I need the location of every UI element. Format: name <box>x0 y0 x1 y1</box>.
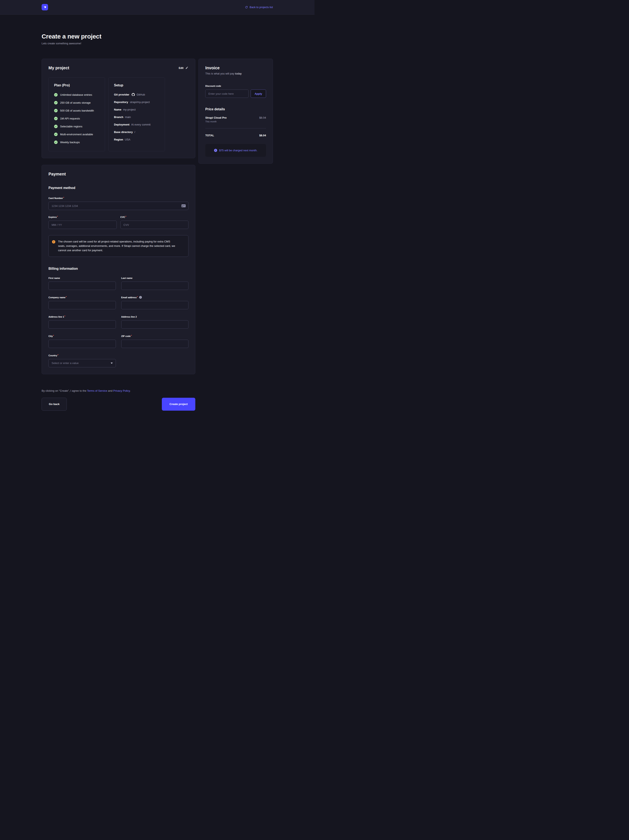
city-input[interactable] <box>49 339 116 348</box>
setup-row-label: Region <box>114 138 123 141</box>
check-icon <box>54 117 58 120</box>
plan-feature-list: Unlimited database entries 250 GB of ass… <box>54 93 99 144</box>
required-asterisk: * <box>57 354 58 356</box>
setup-row-label: Deployment <box>114 123 129 126</box>
plan-feature-label: Selectable regions <box>60 125 82 128</box>
setup-row-value: USA <box>125 138 131 141</box>
expires-input[interactable] <box>49 221 117 229</box>
terms-of-service-link[interactable]: Terms of Service <box>87 389 107 392</box>
required-asterisk: * <box>53 335 54 337</box>
credit-card-icon <box>181 204 186 207</box>
setup-title: Setup <box>114 84 159 87</box>
page-subtitle: Lets create something awesome! <box>42 42 273 45</box>
address-line-2-input[interactable] <box>121 320 189 328</box>
price-line-item: Strapi Cloud Pro $8.04 <box>205 116 266 119</box>
payment-card: Payment Payment method Card Number* <box>42 165 195 374</box>
city-label: City* <box>49 335 54 337</box>
setup-row-branch: Branch main <box>114 115 159 118</box>
discount-code-label: Discount code <box>205 85 221 87</box>
billing-information-heading: Billing information <box>49 267 188 270</box>
expires-label: Expires* <box>49 216 58 218</box>
plan-feature-label: 250 GB of assets storage <box>60 101 91 104</box>
zip-code-input[interactable] <box>121 339 189 348</box>
next-month-charge-note: i $75 will be charged next month. <box>205 144 266 157</box>
card-usage-notice: ! The chosen card will be used for all p… <box>49 235 188 257</box>
setup-row-value: strapi/my-project <box>130 101 150 104</box>
setup-row-value: my-project <box>123 108 136 111</box>
card-usage-notice-text: The chosen card will be used for all pro… <box>58 239 178 253</box>
plan-title: Plan (Pro) <box>54 84 99 87</box>
invoice-subtitle-emphasis: today <box>235 72 242 75</box>
check-icon <box>54 93 58 96</box>
main-content: Create a new project Lets create somethi… <box>42 33 273 440</box>
required-asterisk: * <box>125 216 126 218</box>
privacy-policy-link[interactable]: Privacy Policy <box>113 389 130 392</box>
country-select-placeholder: Select or enter a value <box>52 362 79 365</box>
cvc-input[interactable] <box>120 221 189 229</box>
address-line-1-input[interactable] <box>49 320 116 328</box>
back-to-projects-link[interactable]: Back to projects list <box>245 6 273 9</box>
email-address-input[interactable] <box>121 301 189 309</box>
company-name-input[interactable] <box>49 301 116 309</box>
setup-row-value: / <box>134 131 135 134</box>
edit-button-label: Edit <box>179 66 183 69</box>
invoice-title: Invoice <box>205 66 266 70</box>
agreement-text: By clicking on "Create", I agree to the … <box>42 389 273 392</box>
strapi-logo[interactable] <box>42 4 48 10</box>
setup-list: Git provider GitHub Repository strapi/my… <box>114 93 159 141</box>
required-asterisk: * <box>57 216 58 218</box>
required-asterisk: * <box>131 335 132 337</box>
discount-code-input[interactable] <box>205 90 249 98</box>
address-line-2-label: Address line 2 <box>121 316 137 318</box>
invoice-card: Invoice This is what you will pay today … <box>199 59 273 164</box>
info-icon: i <box>214 149 217 152</box>
zip-code-label: ZIP code* <box>121 335 132 337</box>
plan-feature-item: Unlimited database entries <box>54 93 99 96</box>
first-name-input[interactable] <box>49 282 116 290</box>
setup-box: Setup Git provider GitHub Repository <box>108 77 165 151</box>
check-icon <box>54 125 58 128</box>
plan-feature-label: Unlimited database entries <box>60 93 92 96</box>
invoice-subtitle: This is what you will pay today <box>205 72 266 75</box>
plan-feature-label: Weekly backups <box>60 141 80 144</box>
check-icon <box>54 109 58 112</box>
plan-feature-label: 1M API requests <box>60 117 80 120</box>
price-details-heading: Price details <box>205 107 266 111</box>
country-select[interactable]: Select or enter a value <box>49 359 116 367</box>
info-icon[interactable]: i <box>139 296 142 298</box>
total-amount: $8.04 <box>259 134 266 137</box>
plan-feature-item: Weekly backups <box>54 141 99 144</box>
setup-row-value: GitHub <box>137 93 145 96</box>
apply-discount-button[interactable]: Apply <box>251 90 266 98</box>
next-month-charge-text: $75 will be charged next month. <box>219 149 257 152</box>
setup-row-repository: Repository strapi/my-project <box>114 101 159 104</box>
setup-row-label: Repository <box>114 101 128 104</box>
payment-method-heading: Payment method <box>49 186 188 190</box>
check-icon <box>54 133 58 136</box>
setup-row-deployment: Deployment At every commit <box>114 123 159 126</box>
card-number-label: Card Number* <box>49 197 64 199</box>
create-project-button[interactable]: Create project <box>162 398 195 411</box>
plan-feature-item: 1M API requests <box>54 117 99 120</box>
price-item-period: This month <box>205 120 266 123</box>
setup-row-label: Base directory <box>114 131 133 134</box>
last-name-input[interactable] <box>121 282 189 290</box>
card-number-input[interactable] <box>49 202 188 210</box>
warning-icon: ! <box>52 240 55 243</box>
back-link-label: Back to projects list <box>250 6 273 9</box>
setup-row-base-directory: Base directory / <box>114 131 159 134</box>
footer: By clicking on "Create", I agree to the … <box>42 389 273 440</box>
address-line-1-label: Address line 1* <box>49 316 65 318</box>
github-icon <box>132 93 135 96</box>
go-back-button[interactable]: Go back <box>42 398 67 411</box>
back-arrow-icon <box>245 6 248 8</box>
country-label: Country* <box>49 354 58 357</box>
plan-feature-item: Selectable regions <box>54 125 99 128</box>
chevron-down-icon <box>111 363 113 364</box>
pencil-icon <box>185 66 188 69</box>
my-project-card: My project Edit Plan (Pro) <box>42 59 195 158</box>
invoice-total-row: TOTAL $8.04 <box>205 134 266 137</box>
price-item-name: Strapi Cloud Pro <box>205 116 227 119</box>
edit-project-button[interactable]: Edit <box>178 66 188 70</box>
email-address-label: Email address*i <box>121 296 142 299</box>
